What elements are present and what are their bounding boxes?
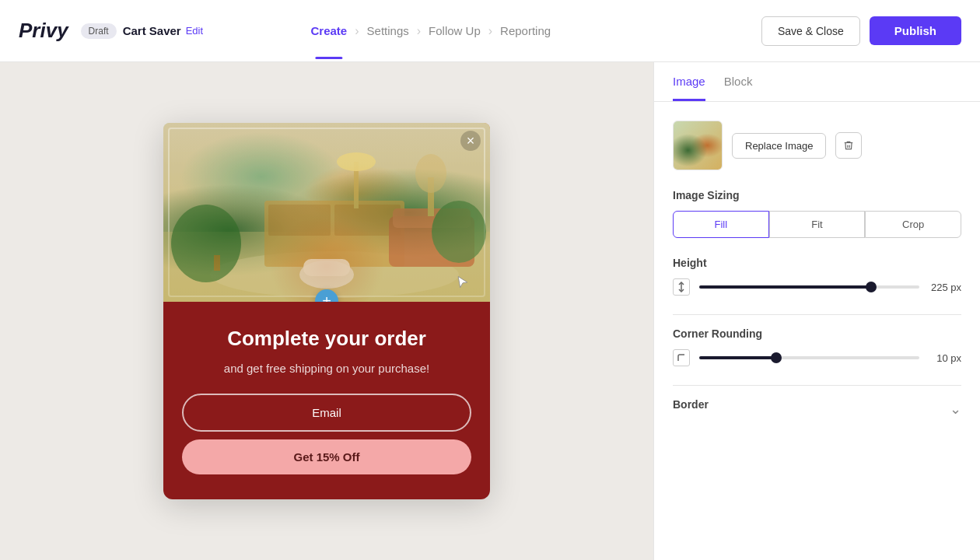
height-label: Height: [673, 257, 961, 269]
step-arrow-2: ›: [417, 24, 421, 38]
tab-image[interactable]: Image: [673, 75, 705, 101]
corner-rounding-icon: [673, 349, 690, 366]
panel-tabs: Image Block: [654, 62, 980, 102]
main-content: × +: [0, 62, 980, 560]
draft-badge: Draft: [81, 23, 117, 39]
edit-link[interactable]: Edit: [186, 25, 203, 37]
replace-image-button[interactable]: Replace Image: [732, 133, 826, 159]
step-create[interactable]: Create: [306, 24, 352, 37]
step-settings[interactable]: Settings: [362, 24, 414, 37]
height-value: 225 px: [929, 282, 961, 293]
svg-point-10: [337, 152, 376, 171]
step-arrow-3: ›: [488, 24, 492, 38]
popup-card: × +: [163, 123, 490, 499]
svg-point-7: [171, 205, 241, 282]
svg-point-13: [415, 154, 446, 193]
step-followup[interactable]: Follow Up: [424, 24, 485, 37]
popup-email-button[interactable]: Email: [182, 394, 471, 432]
room-scene-svg: [163, 123, 490, 302]
panel-body: Replace Image Image Sizing Fill Fit Crop…: [654, 102, 980, 439]
publish-button[interactable]: Publish: [870, 16, 961, 45]
canvas-area: × +: [0, 62, 653, 560]
border-chevron-icon[interactable]: ⌄: [950, 401, 961, 418]
divider-1: [673, 314, 961, 315]
popup-close-button[interactable]: ×: [460, 131, 481, 151]
save-close-button[interactable]: Save & Close: [761, 16, 860, 46]
sizing-fill-button[interactable]: Fill: [673, 211, 769, 238]
svg-rect-15: [303, 259, 350, 276]
svg-point-11: [432, 201, 486, 263]
height-slider-row: 225 px: [673, 278, 961, 296]
image-thumbnail: [673, 121, 723, 170]
corner-slider-track[interactable]: [699, 356, 919, 359]
top-navigation: Privy Draft Cart Saver Edit Create › Set…: [0, 0, 980, 62]
popup-image: [163, 123, 490, 302]
sizing-crop-button[interactable]: Crop: [865, 211, 961, 238]
svg-rect-8: [214, 255, 220, 271]
image-row: Replace Image: [673, 121, 961, 170]
tab-block[interactable]: Block: [724, 75, 753, 101]
popup-form: Email Get 15% Off: [163, 394, 490, 474]
image-sizing-label: Image Sizing: [673, 189, 961, 201]
corner-section: Corner Rounding 10 px: [673, 327, 961, 366]
delete-image-button[interactable]: [835, 132, 862, 159]
step-arrow-1: ›: [355, 24, 359, 38]
brand-logo: Privy: [19, 19, 68, 43]
campaign-name: Cart Saver: [123, 24, 181, 37]
sizing-buttons: Fill Fit Crop: [673, 211, 961, 238]
popup-body: Complete your order and get free shippin…: [163, 302, 490, 378]
popup-cta-button[interactable]: Get 15% Off: [182, 439, 471, 474]
height-section: Height 225 px: [673, 257, 961, 296]
sizing-fit-button[interactable]: Fit: [769, 211, 866, 238]
divider-2: [673, 385, 961, 386]
right-panel: Image Block Replace Image Image Sizing F…: [653, 62, 980, 560]
corner-value: 10 px: [929, 352, 961, 364]
step-navigation: Create › Settings › Follow Up › Reportin…: [306, 24, 556, 38]
corner-rounding-label: Corner Rounding: [673, 327, 961, 340]
border-row[interactable]: Border ⌄: [673, 398, 961, 420]
nav-actions: Save & Close Publish: [761, 16, 961, 46]
popup-subtext: and get free shipping on your purchase!: [182, 360, 471, 378]
svg-rect-3: [268, 205, 331, 236]
height-icon: [673, 278, 690, 296]
step-reporting[interactable]: Reporting: [495, 24, 555, 37]
popup-image-area: +: [163, 123, 490, 302]
border-label: Border: [673, 398, 709, 411]
height-slider-track[interactable]: [699, 285, 919, 289]
corner-slider-row: 10 px: [673, 349, 961, 366]
popup-headline: Complete your order: [182, 327, 471, 351]
